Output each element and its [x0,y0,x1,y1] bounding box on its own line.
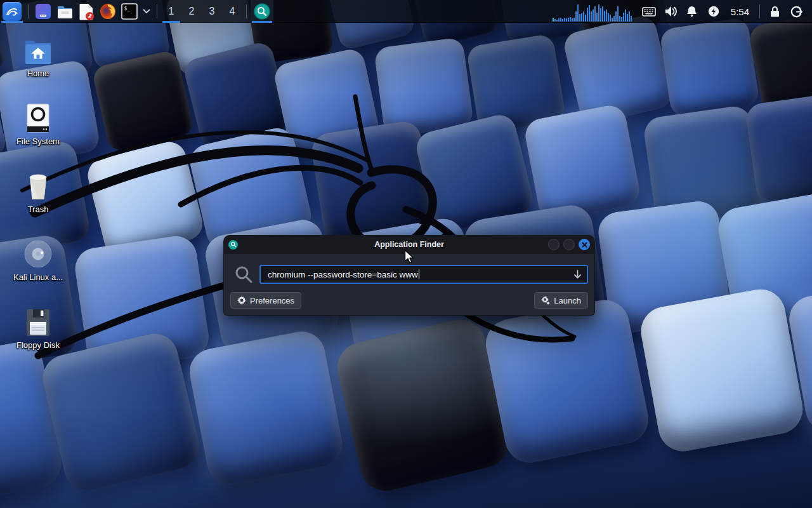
applications-menu-button[interactable] [0,0,24,23]
history-dropdown-button[interactable] [573,270,582,279]
notifications[interactable] [681,0,703,23]
logout-button[interactable] [785,0,807,23]
svg-text:$_: $_ [124,6,131,11]
power-manager[interactable] [703,0,724,23]
home-folder-icon [23,38,53,65]
keyboard-indicator[interactable] [638,0,660,23]
app-finder-window-icon [228,240,238,250]
command-input[interactable]: chromium --password-store=basic www [259,265,588,284]
kali-disc-icon [23,239,53,269]
panel-separator [246,4,247,18]
desktop-icon-label: Floppy Disk [8,340,69,350]
top-panel: $_ 1 2 3 4 [0,0,812,23]
filesystem-drive-icon [25,104,51,133]
terminal-icon: $_ [121,3,138,20]
preferences-label: Preferences [250,296,294,305]
arrow-down-icon [573,270,582,279]
floppy-disk-icon [25,309,51,337]
gear-icon [237,296,246,305]
lock-screen-button[interactable] [764,0,785,23]
minimize-button[interactable] [548,239,560,250]
run-gear-icon [541,296,550,305]
desktop-icon-kali-cd[interactable]: Kali Linux a... [8,236,69,282]
command-text: chromium --password-store=basic www [268,270,418,279]
panel-separator [759,4,760,18]
panel-separator [157,4,157,18]
launch-label: Launch [554,296,581,305]
web-browser-launcher[interactable] [97,0,119,23]
file-manager-launcher[interactable] [54,0,75,23]
mouse-cursor [404,250,417,264]
close-button[interactable] [579,239,590,250]
workspace-label: 2 [189,6,195,17]
app-finder-icon [254,3,270,20]
workspace-2-button[interactable]: 2 [181,0,202,23]
power-manager-icon [708,6,719,17]
panel-padding [807,0,812,22]
desktop-icon-home[interactable]: Home [8,32,69,78]
desktop-icon-label: Home [8,69,69,78]
document-edit-icon [78,3,95,20]
desktop-screen: $_ 1 2 3 4 [0,0,812,508]
desktop-icon-trash[interactable]: Trash [8,168,69,214]
desktop-icon-label: Kali Linux a... [8,272,69,282]
workspace-1-button[interactable]: 1 [161,0,181,23]
chevron-down-icon [143,9,150,14]
desktop-icon-file-system[interactable]: File System [8,100,69,146]
search-icon [234,265,253,284]
folder-icon [56,4,74,19]
panel-spacer [273,0,553,22]
text-editor-launcher[interactable] [75,0,97,23]
window-title: Application Finder [223,240,595,249]
application-finder-taskbar-button[interactable] [251,0,273,23]
text-caret [419,269,419,279]
desktop-icon-floppy[interactable]: Floppy Disk [8,304,69,350]
panel-separator [28,4,29,18]
workspace-label: 4 [230,6,235,17]
kali-dragon-icon [3,2,22,21]
desktop-icon-label: Trash [8,204,69,214]
trash-icon [25,173,51,201]
clock[interactable]: 5:54 [724,0,756,23]
volume-control[interactable] [660,0,681,23]
terminal-dropdown-button[interactable] [140,0,153,23]
clock-time: 5:54 [731,6,749,17]
firefox-icon [100,3,116,20]
desktop-icon-label: File System [8,137,69,146]
maximize-button[interactable] [563,239,575,250]
workspace-label: 1 [169,6,174,17]
logout-icon [790,6,802,18]
dashboard-launcher[interactable] [32,0,54,23]
preferences-button[interactable]: Preferences [230,292,301,309]
workspace-4-button[interactable]: 4 [222,0,242,23]
cpu-graph[interactable] [553,3,632,22]
launch-button[interactable]: Launch [534,292,588,309]
volume-icon [664,6,677,17]
dashboard-icon [35,3,51,20]
workspace-3-button[interactable]: 3 [202,0,222,23]
terminal-launcher[interactable]: $_ [119,0,140,23]
keyboard-icon [642,7,656,17]
notifications-bell-icon [686,6,697,17]
workspace-label: 3 [209,6,215,17]
application-finder-window: Application Finder chromium --password-s… [223,235,595,316]
lock-icon [769,6,780,18]
close-icon [582,242,587,248]
